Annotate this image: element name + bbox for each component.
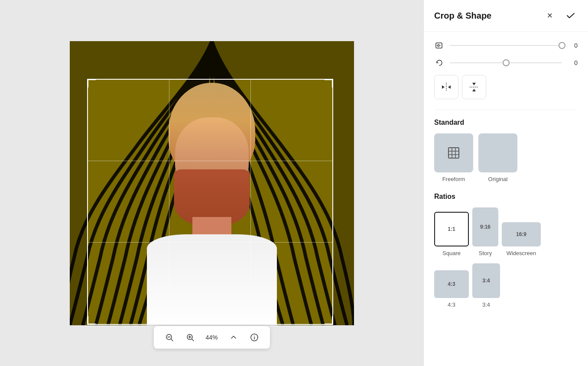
ratio-16-9-text: 16:9	[516, 231, 526, 237]
ratio-grid: 1:1 Square 9:16 Story 16:9 Widescreen	[434, 207, 578, 256]
ratio-4-3-text: 4:3	[448, 281, 455, 287]
ratio-1-1-thumb: 1:1	[434, 212, 469, 246]
main-image	[70, 41, 354, 325]
ratio-3-4-label: 3:4	[482, 301, 490, 308]
canvas-toolbar: 44%	[154, 326, 270, 349]
rotation-thumb[interactable]	[503, 59, 510, 66]
standard-section-label: Standard	[434, 119, 578, 126]
ratio-9-16-thumb: 9:16	[472, 207, 498, 246]
original-thumb	[478, 133, 517, 172]
standard-shape-grid: Freeform Original	[434, 133, 578, 182]
ratio-1-1[interactable]: 1:1 Square	[434, 212, 469, 256]
header-actions: ×	[543, 9, 578, 23]
ratio-1-1-label: Square	[442, 250, 461, 256]
ratio-3-4-thumb: 3:4	[472, 263, 500, 298]
zoom-out-button[interactable]	[162, 330, 176, 344]
ratio-16-9[interactable]: 16:9 Widescreen	[502, 222, 541, 256]
ratio-3-4-text: 3:4	[482, 278, 490, 284]
svg-rect-20	[448, 148, 459, 158]
shape-freeform[interactable]: Freeform	[434, 133, 473, 182]
rotation-track[interactable]	[450, 62, 562, 63]
svg-marker-16	[448, 85, 451, 89]
brightness-slider-row: 0	[434, 40, 578, 51]
panel-body: 0 0	[424, 32, 588, 366]
ratio-9-16[interactable]: 9:16 Story	[472, 207, 498, 256]
ratio-16-9-thumb: 16:9	[502, 222, 541, 246]
right-panel: Crop & Shape × 0	[423, 0, 588, 366]
ratio-16-9-label: Widescreen	[507, 250, 536, 256]
flip-buttons	[434, 75, 578, 99]
brightness-icon	[434, 40, 445, 51]
ratio-4-3-thumb: 4:3	[434, 270, 469, 298]
person-image	[134, 74, 290, 325]
rotation-slider-row: 0	[434, 58, 578, 68]
freeform-label: Freeform	[442, 176, 465, 182]
ratio-grid-2: 4:3 4:3 3:4 3:4	[434, 263, 578, 308]
info-button[interactable]	[247, 330, 261, 344]
ratio-4-3[interactable]: 4:3 4:3	[434, 270, 469, 308]
canvas-area: 44%	[0, 0, 423, 366]
ratio-3-4[interactable]: 3:4 3:4	[472, 263, 500, 308]
brightness-thumb[interactable]	[559, 42, 565, 49]
svg-line-5	[192, 339, 194, 341]
ratio-1-1-text: 1:1	[448, 226, 455, 232]
flip-horizontal-button[interactable]	[434, 75, 458, 99]
svg-line-2	[171, 339, 173, 341]
zoom-value: 44%	[204, 334, 220, 341]
svg-marker-19	[472, 89, 476, 91]
panel-header: Crop & Shape ×	[424, 0, 588, 32]
shape-original[interactable]: Original	[478, 133, 517, 182]
rotation-icon	[434, 58, 445, 68]
svg-point-10	[254, 336, 255, 337]
original-label: Original	[488, 176, 508, 182]
svg-marker-18	[472, 83, 476, 85]
ratio-9-16-text: 9:16	[480, 224, 491, 230]
flip-vertical-button[interactable]	[462, 75, 486, 99]
divider-1	[434, 110, 578, 110]
brightness-track[interactable]	[450, 45, 562, 46]
close-button[interactable]: ×	[543, 9, 557, 23]
brightness-value: 0	[567, 42, 578, 49]
confirm-button[interactable]	[564, 9, 578, 23]
zoom-up-button[interactable]	[227, 330, 240, 344]
ratio-9-16-label: Story	[479, 250, 492, 256]
svg-marker-15	[442, 85, 445, 89]
freeform-thumb	[434, 133, 473, 172]
ratios-section-label: Ratios	[434, 193, 578, 201]
rotation-value: 0	[567, 59, 578, 66]
zoom-in-button[interactable]	[183, 330, 197, 344]
ratio-4-3-label: 4:3	[448, 301, 455, 308]
image-container	[70, 41, 354, 325]
panel-title: Crop & Shape	[434, 11, 491, 21]
